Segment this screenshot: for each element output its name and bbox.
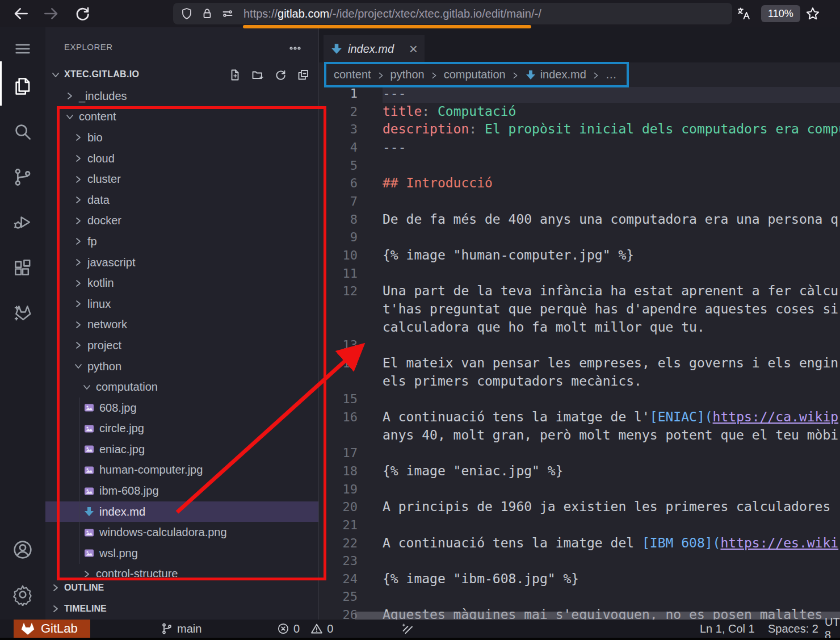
shield-icon[interactable] xyxy=(180,7,194,20)
code-line-4[interactable]: 4--- xyxy=(319,139,840,157)
formatter-indicator[interactable] xyxy=(401,620,418,638)
breadcrumb-item-…[interactable]: … xyxy=(606,68,617,81)
tree-item-cluster[interactable]: cluster xyxy=(45,169,319,190)
code-line-5[interactable]: 5 xyxy=(319,157,840,175)
breadcrumb-item-content[interactable]: content xyxy=(334,68,371,81)
code-line-6[interactable]: 6## Introducció xyxy=(319,174,840,193)
indentation-setting[interactable]: Spaces: 2 xyxy=(768,620,818,638)
address-bar[interactable]: https://gitlab.com/-/ide/project/xtec/xt… xyxy=(173,3,732,24)
tree-item-bio[interactable]: bio xyxy=(45,127,319,148)
code-line-wrap[interactable]: els primers computadors mecànics. xyxy=(319,373,840,391)
code-line-wrap[interactable]: calculadora que ho fa molt millor que tu… xyxy=(319,319,840,337)
code-line-9[interactable]: 9 xyxy=(319,228,840,246)
gitlab-remote-badge[interactable]: GitLab xyxy=(14,620,90,638)
code-line-11[interactable]: 11 xyxy=(319,265,840,283)
breadcrumb-item-index.md[interactable]: index.md xyxy=(525,68,586,81)
settings-gear-icon[interactable] xyxy=(9,581,36,608)
code-line-wrap[interactable]: anys 40, molt gran, però molt menys pote… xyxy=(319,426,840,445)
translate-icon[interactable] xyxy=(736,6,751,21)
tree-item-content[interactable]: content xyxy=(45,107,319,128)
extensions-icon[interactable] xyxy=(9,254,36,282)
tree-item-linux[interactable]: linux xyxy=(45,294,319,315)
tab-index-md[interactable]: index.md × xyxy=(324,35,425,62)
breadcrumb-item-python[interactable]: python xyxy=(390,68,425,81)
code-line-3[interactable]: 3description: El propòsit inicial dels c… xyxy=(319,120,840,139)
cursor-position[interactable]: Ln 1, Col 1 xyxy=(700,620,755,638)
reload-button[interactable] xyxy=(73,5,91,23)
line-number: 3 xyxy=(319,120,358,139)
tree-item-fp[interactable]: fp xyxy=(45,231,319,252)
code-line-24[interactable]: 24{% image "ibm-608.jpg" %} xyxy=(319,570,840,588)
tree-item-cloud[interactable]: cloud xyxy=(45,148,319,169)
code-line-20[interactable]: 20A principis de 1960 ja existien les pr… xyxy=(319,498,840,516)
back-button[interactable] xyxy=(12,5,30,23)
tree-item-_includes[interactable]: _includes xyxy=(45,86,319,107)
new-file-icon[interactable] xyxy=(228,68,242,82)
outline-label: OUTLINE xyxy=(64,583,104,593)
code-line-16[interactable]: 16A continuació tens la imatge de l'[ENI… xyxy=(319,408,840,426)
bookmark-star-icon[interactable] xyxy=(805,6,821,22)
code-line-12[interactable]: 12Una part de la teva infància ha estat … xyxy=(319,282,840,300)
tree-item-index.md[interactable]: index.md xyxy=(45,501,319,522)
code-line-18[interactable]: 18{% image "eniac.jpg" %} xyxy=(319,462,840,480)
branch-indicator[interactable]: main xyxy=(160,620,201,638)
code-line-13[interactable]: 13 xyxy=(319,336,840,354)
code-editor[interactable]: 1---2title: Computació3description: El p… xyxy=(319,87,840,620)
code-line-23[interactable]: 23 xyxy=(319,552,840,570)
horizontal-scrollbar[interactable] xyxy=(355,612,840,620)
tree-item-608.jpg[interactable]: 608.jpg xyxy=(45,398,319,419)
code-line-1[interactable]: 1--- xyxy=(319,87,840,103)
breadcrumb-item-computation[interactable]: computation xyxy=(444,68,506,81)
code-line-25[interactable]: 25 xyxy=(319,588,840,606)
explorer-icon[interactable] xyxy=(9,73,36,100)
gitlab-workflow-icon[interactable] xyxy=(9,300,36,327)
tree-item-project[interactable]: project xyxy=(45,335,319,356)
code-text: title: Computació xyxy=(383,103,516,121)
code-line-15[interactable]: 15 xyxy=(319,390,840,408)
tree-item-human-computer.jpg[interactable]: human-computer.jpg xyxy=(45,460,319,481)
url[interactable]: https://gitlab.com/-/ide/project/xtec/xt… xyxy=(243,7,541,20)
code-line-22[interactable]: 22A continuació tens la imatge del [IBM … xyxy=(319,534,840,553)
code-text: Una part de la teva infància ha estat ap… xyxy=(383,282,838,300)
code-line-17[interactable]: 17 xyxy=(319,444,840,462)
zoom-level-badge[interactable]: 110% xyxy=(761,5,800,22)
project-section-header[interactable]: XTEC.GITLAB.IO xyxy=(45,64,319,86)
code-line-2[interactable]: 2title: Computació xyxy=(319,103,840,121)
code-line-14[interactable]: 14El mateix van pensar les empreses, els… xyxy=(319,354,840,373)
source-control-icon[interactable] xyxy=(9,164,36,191)
timeline-section-header[interactable]: TIMELINE xyxy=(45,598,319,619)
tree-item-javascript[interactable]: javascript xyxy=(45,252,319,273)
more-actions-icon[interactable] xyxy=(288,41,302,55)
collapse-all-icon[interactable] xyxy=(296,68,310,82)
permissions-icon[interactable] xyxy=(221,7,234,20)
tree-item-wsl.png[interactable]: wsl.png xyxy=(45,543,319,564)
forward-button[interactable] xyxy=(42,5,60,23)
search-icon[interactable] xyxy=(9,118,36,145)
tree-item-python[interactable]: python xyxy=(45,356,319,377)
close-icon[interactable]: × xyxy=(409,43,418,55)
problems-indicator[interactable]: 0 0 xyxy=(276,620,333,638)
encoding-setting[interactable]: UTF-8 xyxy=(825,620,840,638)
tree-item-eniac.jpg[interactable]: eniac.jpg xyxy=(45,439,319,460)
code-line-7[interactable]: 7 xyxy=(319,193,840,211)
lock-icon[interactable] xyxy=(200,7,214,20)
menu-icon[interactable] xyxy=(9,35,36,62)
outline-section-header[interactable]: OUTLINE xyxy=(45,577,319,598)
refresh-icon[interactable] xyxy=(274,68,287,82)
run-debug-icon[interactable] xyxy=(9,209,36,236)
code-line-10[interactable]: 10{% image "human-computer.jpg" %} xyxy=(319,246,840,265)
tree-item-docker[interactable]: docker xyxy=(45,211,319,232)
code-line-21[interactable]: 21 xyxy=(319,516,840,534)
code-line-19[interactable]: 19 xyxy=(319,480,840,499)
tree-item-computation[interactable]: computation xyxy=(45,377,319,398)
new-folder-icon[interactable] xyxy=(251,68,264,82)
code-line-8[interactable]: 8De de fa més de 400 anys una computador… xyxy=(319,211,840,229)
code-line-wrap[interactable]: t'has preguntat que perquè has d'apendre… xyxy=(319,300,840,319)
account-icon[interactable] xyxy=(9,536,36,563)
tree-item-windows-calculadora.png[interactable]: windows-calculadora.png xyxy=(45,522,319,543)
tree-item-network[interactable]: network xyxy=(45,315,319,336)
tree-item-data[interactable]: data xyxy=(45,190,319,211)
tree-item-kotlin[interactable]: kotlin xyxy=(45,273,319,294)
tree-item-ibm-608.jpg[interactable]: ibm-608.jpg xyxy=(45,480,319,501)
tree-item-circle.jpg[interactable]: circle.jpg xyxy=(45,419,319,440)
